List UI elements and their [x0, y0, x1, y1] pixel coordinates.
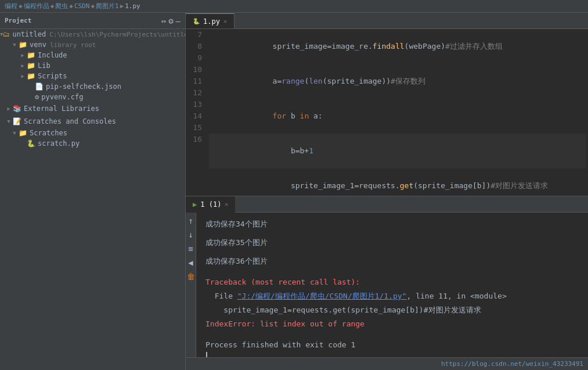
include-folder-icon: 📁 — [27, 51, 35, 59]
sidebar-header: Project ⇔ ⚙ — — [0, 13, 185, 29]
scratches-consoles-icon: 📝 — [13, 117, 21, 125]
run-tab-active[interactable]: ▶ 1 (1) ✕ — [186, 196, 235, 213]
scripts-label: Scripts — [38, 72, 67, 80]
tab-py-icon: 🐍 — [193, 18, 200, 24]
run-tab-label: 1 (1) — [200, 200, 221, 209]
output-file-line: File "J:/编程/编程作品/爬虫/CSDN/爬图片1/1.py", lin… — [205, 289, 579, 303]
run-left-icon[interactable]: ◀ — [187, 257, 194, 268]
project-label: untitled — [12, 30, 46, 38]
scratches-folder-label: Scratches — [30, 129, 67, 137]
code-line-11: sprite_image_1=requests.get(sprite_image… — [209, 168, 586, 196]
ext-lib-label: External Libraries — [24, 105, 99, 113]
lib-arrow: ▶ — [19, 63, 27, 69]
main-area: Project ⇔ ⚙ — ▼ 🗂 untitled C:\Users\lsh\… — [0, 13, 588, 370]
line-numbers: 7 8 9 10 11 12 13 14 15 16 — [186, 29, 207, 196]
status-bar: https://blog.csdn.net/weixin_43233491 — [186, 357, 588, 370]
terminal-cursor — [206, 352, 207, 357]
include-label: Include — [38, 51, 67, 59]
output-file-link[interactable]: "J:/编程/编程作品/爬虫/CSDN/爬图片1/1.py" — [237, 292, 407, 300]
tree-item-scratches[interactable]: ▼ 📁 Scratches — [0, 128, 185, 138]
breadcrumb-item-6[interactable]: 1.py — [125, 2, 140, 10]
section-scratches-consoles[interactable]: ▼ 📝 Scratches and Consoles — [0, 115, 185, 128]
tree-item-scripts[interactable]: ▶ 📁 Scripts — [0, 71, 185, 81]
ext-lib-icon: 📚 — [13, 105, 21, 113]
scratches-folder-icon: 📁 — [19, 129, 27, 137]
tree-item-venv[interactable]: ▼ 📁 venv library root — [0, 39, 185, 50]
run-panel: ▶ 1 (1) ✕ ↑ ↓ ≡ ◀ 🗑 成功保存34个图片 — [186, 196, 588, 370]
tree-item-scratch-py[interactable]: 🐍 scratch.py — [0, 138, 185, 149]
output-code-line: sprite_image_1=requests.get(sprite_image… — [205, 303, 579, 317]
venv-folder-icon: 📁 — [19, 41, 27, 49]
settings-icon[interactable]: ⚙ — [168, 16, 173, 26]
minimize-icon[interactable]: — — [176, 16, 181, 26]
breadcrumb-item-5[interactable]: 爬图片1 — [96, 2, 119, 10]
project-tree: ▼ 🗂 untitled C:\Users\lsh\PycharmProject… — [0, 29, 185, 149]
code-content: sprite_image=image_re.findall(webPage)#过… — [207, 29, 588, 196]
code-line-8: a=range(len(sprite_image))#保存数列 — [209, 64, 586, 99]
collapse-all-icon[interactable]: ⇔ — [161, 16, 166, 26]
tree-item-pip-selfcheck[interactable]: 📄 pip-selfcheck.json — [0, 81, 185, 92]
tree-item-include[interactable]: ▶ 📁 Include — [0, 50, 185, 60]
editor-area: 🐍 1.py ✕ 7 8 9 10 11 12 13 14 15 16 — [186, 13, 588, 370]
run-panel-header: ▶ 1 (1) ✕ — [186, 196, 588, 213]
tab-label: 1.py — [203, 17, 220, 26]
project-folder-icon: 🗂 — [3, 30, 10, 38]
run-up-icon[interactable]: ↑ — [187, 215, 194, 227]
scripts-folder-icon: 📁 — [27, 72, 35, 80]
output-line-3: 成功保存36个图片 — [205, 254, 579, 268]
lib-label: Lib — [38, 62, 50, 70]
tab-1py[interactable]: 🐍 1.py ✕ — [186, 13, 235, 28]
scratches-folder-arrow: ▼ — [10, 130, 19, 136]
breadcrumb-item-2[interactable]: 编程作品 — [24, 2, 49, 10]
status-url[interactable]: https://blog.csdn.net/weixin_43233491 — [441, 360, 583, 368]
tree-item-pyvenv[interactable]: ⚙ pyvenv.cfg — [0, 92, 185, 102]
code-line-10: b=b+1 — [209, 134, 586, 168]
run-output[interactable]: 成功保存34个图片 成功保存35个图片 成功保存36个图片 Traceback … — [196, 213, 588, 357]
output-traceback-header: Traceback (most recent call last): — [205, 275, 579, 289]
scratch-py-icon: 🐍 — [27, 139, 35, 148]
sidebar-actions: ⇔ ⚙ — — [161, 16, 181, 26]
tab-close-button[interactable]: ✕ — [223, 18, 227, 24]
breadcrumb-item-4[interactable]: CSDN — [74, 2, 90, 10]
output-error-line: IndexError: list index out of range — [205, 317, 579, 331]
tree-item-lib[interactable]: ▶ 📁 Lib — [0, 60, 185, 71]
sidebar-title: Project — [5, 17, 31, 24]
scripts-arrow: ▶ — [19, 73, 27, 79]
section-external-libraries[interactable]: ▶ 📚 External Libraries — [0, 102, 185, 115]
pyvenv-cfg-icon: ⚙ — [35, 93, 39, 101]
run-delete-icon[interactable]: 🗑 — [186, 271, 196, 282]
run-down-icon[interactable]: ↓ — [187, 229, 194, 240]
run-align-icon[interactable]: ≡ — [187, 243, 194, 254]
include-arrow: ▶ — [19, 52, 27, 58]
run-tab-close[interactable]: ✕ — [225, 201, 228, 207]
venv-arrow: ▼ — [10, 42, 19, 48]
cursor-line — [205, 352, 579, 357]
scratch-py-label: scratch.py — [38, 139, 80, 148]
project-path: C:\Users\lsh\PycharmProjects\untitled — [49, 31, 186, 38]
run-main: ↑ ↓ ≡ ◀ 🗑 成功保存34个图片 成功保存35个图片 成功保存36个图片 … — [186, 213, 588, 357]
run-icon: ▶ — [193, 200, 197, 209]
venv-sublabel: library root — [50, 41, 96, 49]
breadcrumb-bar: 编程 ◆ 编程作品 ◆ 爬虫 ◆ CSDN ◆ 爬图片1 ▶ 1.py — [0, 0, 588, 13]
breadcrumb-item-1[interactable]: 编程 — [5, 2, 17, 10]
breadcrumb-item-3[interactable]: 爬虫 — [55, 2, 68, 10]
run-toolbar: ↑ ↓ ≡ ◀ 🗑 — [186, 213, 196, 357]
code-line-9: for b in a: — [209, 99, 586, 134]
tree-root-project[interactable]: ▼ 🗂 untitled C:\Users\lsh\PycharmProject… — [0, 29, 185, 39]
code-editor[interactable]: 7 8 9 10 11 12 13 14 15 16 sprite_image=… — [186, 29, 588, 196]
output-finished-line: Process finished with exit code 1 — [205, 338, 579, 352]
pyvenv-label: pyvenv.cfg — [41, 93, 83, 101]
scratches-arrow: ▼ — [5, 118, 13, 124]
scratches-consoles-label: Scratches and Consoles — [24, 117, 116, 125]
pip-selfcheck-label: pip-selfcheck.json — [46, 82, 121, 91]
output-line-1: 成功保存34个图片 — [205, 217, 579, 231]
output-line-2: 成功保存35个图片 — [205, 236, 579, 250]
lib-folder-icon: 📁 — [27, 62, 35, 70]
code-line-7: sprite_image=image_re.findall(webPage)#过… — [209, 29, 586, 64]
venv-label: venv — [30, 41, 46, 49]
project-sidebar: Project ⇔ ⚙ — ▼ 🗂 untitled C:\Users\lsh\… — [0, 13, 186, 370]
tab-bar: 🐍 1.py ✕ — [186, 13, 588, 29]
ext-lib-arrow: ▶ — [5, 106, 13, 112]
pip-json-icon: 📄 — [35, 82, 44, 91]
